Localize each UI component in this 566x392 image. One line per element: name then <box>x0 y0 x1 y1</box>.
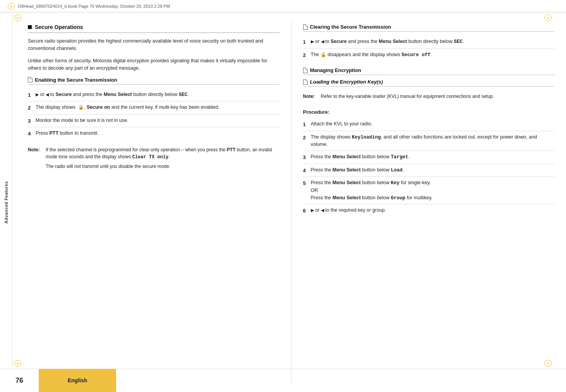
black-square-icon <box>28 25 32 29</box>
ptt-bold: PTT <box>49 130 58 136</box>
proc-step-6: 6 ▶ or ◀ to the required key or group. <box>303 204 555 217</box>
arrow-right-icon: ▶ <box>36 92 39 97</box>
clearing-step-1: 1 ▶ or ◀ to Secure and press the Menu Se… <box>303 36 555 49</box>
proc-step-6-content: ▶ or ◀ to the required key or group. <box>311 207 555 214</box>
note-label-right: Note: <box>303 93 318 102</box>
page-content: Advanced Features Secure Operations Secu… <box>0 12 566 392</box>
page-icon-clearing <box>303 24 308 30</box>
note-content-right: Refer to the key-variable loader (KVL) m… <box>321 93 555 102</box>
clearing-steps-list: 1 ▶ or ◀ to Secure and press the Menu Se… <box>303 36 555 61</box>
step-3-num: 3 <box>28 117 33 125</box>
enabling-steps-list: 1 ▶ or ◀ to Secure and press the Menu Se… <box>28 89 280 140</box>
proc-step-3-content: Press the Menu Select button below Targe… <box>311 153 555 161</box>
secure-on-bold: Secure on <box>87 104 110 110</box>
note-block-left: Note: If the selected channel is preprog… <box>28 144 280 175</box>
arrow-left-p6: ◀ <box>321 208 324 212</box>
bottom-bar: 76 English <box>0 369 566 392</box>
arrow-left-icon: ◀ <box>46 92 49 97</box>
secure-off-mono: Secure off <box>401 52 431 58</box>
target-mono: Target <box>391 154 408 160</box>
note-content-left: If the selected channel is preprogrammed… <box>46 146 280 172</box>
clearing-step-1-content: ▶ or ◀ to Secure and press the Menu Sele… <box>311 38 555 46</box>
proc-step-1-num: 1 <box>303 121 309 128</box>
menu-select-p4: Menu Select <box>333 167 361 173</box>
step-4-content: Press PTT button to transmit. <box>36 130 280 137</box>
note-block-right: Note: Refer to the key-variable loader (… <box>303 91 555 104</box>
file-info-text: O9Head_68007024014_b.book Page 76 Wednes… <box>18 4 170 9</box>
keyloading-mono: Keyloading <box>352 135 381 140</box>
ptt-note: PTT <box>227 147 236 152</box>
clearing-step-1-num: 1 <box>303 38 309 46</box>
note-text1: If the selected channel is preprogrammed… <box>46 146 280 161</box>
secure-operations-heading: Secure Operations <box>28 24 280 33</box>
step-2-num: 2 <box>28 104 33 112</box>
sec-mono-c1: SEC <box>454 39 463 45</box>
proc-step-5-num: 5 <box>303 180 309 187</box>
proc-step-1: 1 Attach the KVL to your radio. <box>303 118 555 131</box>
menu-select-p5a: Menu Select <box>333 180 361 185</box>
arrow-right-c1: ▶ <box>311 39 314 44</box>
proc-step-3: 3 Press the Menu Select button below Tar… <box>303 151 555 164</box>
proc-step-2-content: The display shows Keyloading, and all ot… <box>311 134 555 149</box>
enabling-step-1: 1 ▶ or ◀ to Secure and press the Menu Se… <box>28 89 280 102</box>
intro-para2: Unlike other forms of security, Motorola… <box>28 57 280 72</box>
menu-select-p5b: Menu Select <box>333 195 361 200</box>
secure-bold: Secure <box>55 92 72 97</box>
key-mono: Key <box>391 180 400 186</box>
clearing-title: Clearing the Secure Transmission <box>310 24 391 30</box>
page-icon-managing <box>303 68 308 73</box>
note-label-left: Note: <box>28 146 43 172</box>
sec-mono-1: SEC <box>179 92 188 98</box>
proc-step-5-content: Press the Menu Select button below Key f… <box>311 179 555 202</box>
menu-select-p3: Menu Select <box>333 154 361 159</box>
clearing-step-2-num: 2 <box>303 51 309 59</box>
proc-step-4-content: Press the Menu Select button below Load. <box>311 166 555 174</box>
arrow-right-p6: ▶ <box>311 208 314 212</box>
page-number: 76 <box>0 369 39 392</box>
procedure-steps-list: 1 Attach the KVL to your radio. 2 The di… <box>303 118 555 217</box>
page-icon-loading <box>303 79 308 85</box>
procedure-label: Procedure: <box>303 109 555 115</box>
or-text: OR <box>311 188 318 193</box>
proc-step-6-num: 6 <box>303 207 309 215</box>
step-1-content: ▶ or ◀ to Secure and press the Menu Sele… <box>36 91 280 99</box>
crosshair-top-left-icon <box>8 3 15 10</box>
sidebar: Advanced Features <box>0 12 12 392</box>
secure-bold-c1: Secure <box>331 39 347 44</box>
lock-icon-2: 🔒 <box>321 51 326 58</box>
enabling-title: Enabling the Secure Transmission <box>35 77 117 83</box>
clearing-step-2-content: The 🔒 disappears and the display shows S… <box>311 51 555 59</box>
menu-select-c1: Menu Select <box>379 39 407 44</box>
enabling-step-2: 2 The display shows 🔒, Secure on and the… <box>28 101 280 115</box>
proc-step-1-content: Attach the KVL to your radio. <box>311 120 555 128</box>
proc-step-2: 2 The display shows Keyloading, and all … <box>303 131 555 151</box>
managing-title: Managing Encryption <box>310 67 361 73</box>
arrow-left-c1: ◀ <box>321 39 324 44</box>
sidebar-label: Advanced Features <box>4 181 9 224</box>
enabling-step-4: 4 Press PTT button to transmit. <box>28 127 280 140</box>
note-text-right: Refer to the key-variable loader (KVL) m… <box>321 93 555 100</box>
note-text2: The radio will not transmit until you di… <box>46 163 280 170</box>
clearing-heading: Clearing the Secure Transmission <box>303 24 555 32</box>
proc-step-5: 5 Press the Menu Select button below Key… <box>303 177 555 204</box>
right-column: Clearing the Secure Transmission 1 ▶ or … <box>292 20 566 384</box>
top-bar: O9Head_68007024014_b.book Page 76 Wednes… <box>0 0 566 12</box>
step-1-num: 1 <box>28 91 33 99</box>
clear-tx-mono: Clear TX only <box>132 154 168 160</box>
load-mono: Load <box>391 168 403 173</box>
lock-icon-1: 🔒 <box>78 104 84 111</box>
step-4-num: 4 <box>28 130 33 138</box>
loading-title: Loading the Encryption Key(s) <box>310 79 383 85</box>
intro-para1: Secure radio operation provides the high… <box>28 38 280 53</box>
page-icon-enabling <box>28 77 33 82</box>
proc-step-2-num: 2 <box>303 134 309 142</box>
left-column: Secure Operations Secure radio operation… <box>12 20 292 384</box>
proc-step-4-num: 4 <box>303 167 309 175</box>
group-mono: Group <box>391 195 406 201</box>
enabling-heading: Enabling the Secure Transmission <box>28 77 280 85</box>
english-tab: English <box>39 369 116 392</box>
step-2-content: The display shows 🔒, Secure on and the c… <box>36 104 280 111</box>
step-3-content: Monitor the mode to be sure it is not in… <box>36 117 280 124</box>
bottom-spacer <box>116 369 566 392</box>
file-info: O9Head_68007024014_b.book Page 76 Wednes… <box>8 3 170 10</box>
